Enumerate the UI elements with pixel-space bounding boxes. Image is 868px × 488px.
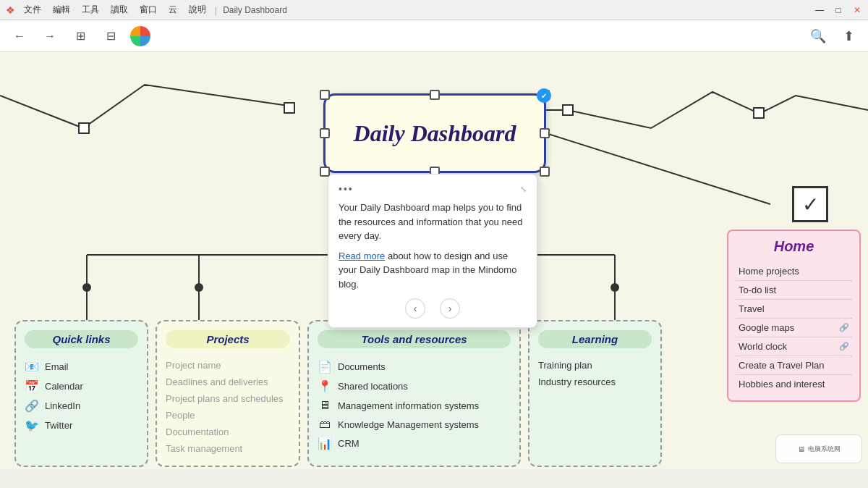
home-travel-label: Travel (739, 303, 765, 314)
learning-item-training[interactable]: Training plan (538, 357, 652, 374)
title-bar: ❖ 文件 編輯 工具 讀取 窗口 云 說明 | Daily Dashboard … (0, 0, 868, 20)
kms-icon: 🗃 (318, 418, 332, 431)
tools-kms-label: Knowledge Management systems (338, 419, 479, 430)
watermark-text: 电脑系统网 (808, 445, 841, 454)
project-name-label: Project name (166, 360, 221, 371)
popup-collapse[interactable]: ⤡ (520, 185, 527, 194)
menu-cloud[interactable]: 云 (166, 2, 180, 17)
popup-read-more-link[interactable]: Read more (339, 251, 385, 261)
app-icon: ❖ (6, 4, 15, 16)
handle-br[interactable] (540, 167, 550, 177)
tools-item-locations[interactable]: 📍 Shared locations (318, 376, 511, 396)
svg-rect-14 (284, 103, 294, 113)
watermark-icon: 🖥 (798, 445, 805, 453)
project-item-people[interactable]: People (166, 407, 290, 424)
close-button[interactable]: ✕ (852, 5, 862, 15)
home-item-worldclock[interactable]: World clock 🔗 (736, 337, 852, 356)
checkbox-node[interactable]: ✓ (792, 186, 828, 222)
forward-button[interactable]: → (39, 25, 61, 47)
quick-links-title: Quick links (25, 330, 138, 348)
menu-help[interactable]: 說明 (186, 2, 209, 17)
tools-card: Tools and resources 📄 Documents 📍 Shared… (307, 320, 521, 467)
tool-action2[interactable]: ⊟ (100, 25, 122, 47)
home-googlemaps-label: Google maps (739, 322, 794, 333)
popup-header: ••• ⤡ (339, 183, 527, 195)
maximize-button[interactable]: □ (833, 5, 843, 15)
tools-item-mis[interactable]: 🖥 Management information systems (318, 396, 511, 415)
external-link-icon-clock: 🔗 (839, 342, 849, 351)
learning-card: Learning Training plan Industry resource… (528, 320, 662, 467)
project-item-docs[interactable]: Documentation (166, 424, 290, 440)
project-tasks-label: Task management (166, 443, 242, 454)
svg-rect-17 (754, 108, 764, 118)
twitter-icon: 🐦 (25, 418, 39, 432)
tools-item-kms[interactable]: 🗃 Knowledge Management systems (318, 415, 511, 434)
doc-title: Daily Dashboard (223, 5, 287, 15)
project-docs-label: Documentation (166, 426, 229, 437)
quick-links-item-calendar[interactable]: 📅 Calendar (25, 376, 138, 396)
minimize-button[interactable]: — (814, 5, 825, 15)
logo (130, 26, 150, 46)
tools-crm-label: CRM (338, 438, 359, 449)
learning-item-industry[interactable]: Industry resources (538, 374, 652, 390)
quick-links-item-email[interactable]: 📧 Email (25, 357, 138, 376)
tools-locations-label: Shared locations (338, 381, 408, 392)
search-icon[interactable]: 🔍 (807, 25, 829, 47)
training-label: Training plan (538, 360, 592, 371)
back-button[interactable]: ← (9, 25, 30, 47)
quick-links-item-linkedin[interactable]: 🔗 LinkedIn (25, 396, 138, 416)
home-item-travelplan[interactable]: Create a Travel Plan (736, 356, 852, 375)
menu-edit[interactable]: 編輯 (50, 2, 73, 17)
svg-point-12 (610, 283, 619, 292)
handle-tl[interactable] (320, 90, 330, 100)
project-item-deadlines[interactable]: Deadlines and deliveries (166, 374, 290, 390)
tools-item-crm[interactable]: 📊 CRM (318, 434, 511, 453)
popup-dots[interactable]: ••• (339, 183, 354, 195)
quick-links-card: Quick links 📧 Email 📅 Calendar 🔗 LinkedI… (14, 320, 148, 467)
project-item-tasks[interactable]: Task management (166, 440, 290, 457)
popup-next-button[interactable]: › (440, 298, 460, 319)
home-travelplan-label: Create a Travel Plan (739, 360, 825, 371)
title-separator: | (215, 5, 217, 15)
location-icon: 📍 (318, 379, 332, 393)
menu-read[interactable]: 讀取 (108, 2, 131, 17)
tool-action1[interactable]: ⊞ (69, 25, 91, 47)
central-node[interactable]: ✔ Daily Dashboard (323, 93, 546, 173)
crm-icon: 📊 (318, 437, 332, 450)
mis-icon: 🖥 (318, 399, 332, 412)
home-panel: Home Home projects To-do list Travel Goo… (727, 230, 861, 402)
menu-tools[interactable]: 工具 (79, 2, 102, 17)
blue-indicator: ✔ (537, 88, 551, 103)
home-item-hobbies[interactable]: Hobbies and interest (736, 375, 852, 393)
menu-window[interactable]: 窗口 (137, 2, 160, 17)
projects-title: Projects (166, 330, 290, 348)
home-item-projects[interactable]: Home projects (736, 262, 852, 281)
quick-links-item-twitter[interactable]: 🐦 Twitter (25, 416, 138, 435)
home-panel-title: Home (736, 238, 852, 255)
project-deadlines-label: Deadlines and deliveries (166, 376, 268, 387)
home-item-todo[interactable]: To-do list (736, 281, 852, 300)
toolbar: ← → ⊞ ⊟ 🔍 ⬆ (0, 20, 868, 52)
svg-rect-15 (563, 105, 573, 115)
handle-rm[interactable] (540, 128, 550, 138)
home-item-travel[interactable]: Travel (736, 300, 852, 319)
linkedin-icon: 🔗 (25, 399, 39, 413)
home-item-googlemaps[interactable]: Google maps 🔗 (736, 319, 852, 337)
share-icon[interactable]: ⬆ (838, 25, 859, 47)
info-popup: ••• ⤡ Your Daily Dashboard map helps you… (328, 174, 537, 328)
menu-file[interactable]: 文件 (21, 2, 44, 17)
title-bar-right: — □ ✕ (814, 5, 862, 15)
popup-prev-button[interactable]: ‹ (405, 298, 425, 319)
tools-item-docs[interactable]: 📄 Documents (318, 357, 511, 376)
calendar-label: Calendar (45, 381, 83, 392)
home-todo-label: To-do list (739, 285, 776, 295)
handle-tm[interactable] (430, 90, 440, 100)
project-item-name[interactable]: Project name (166, 357, 290, 374)
popup-text1: Your Daily Dashboard map helps you to fi… (339, 202, 522, 241)
handle-lm[interactable] (320, 128, 330, 138)
project-item-plans[interactable]: Project plans and schedules (166, 390, 290, 407)
central-node-title: Daily Dashboard (354, 120, 516, 147)
svg-point-10 (195, 283, 203, 292)
project-people-label: People (166, 410, 195, 421)
calendar-icon: 📅 (25, 379, 39, 393)
